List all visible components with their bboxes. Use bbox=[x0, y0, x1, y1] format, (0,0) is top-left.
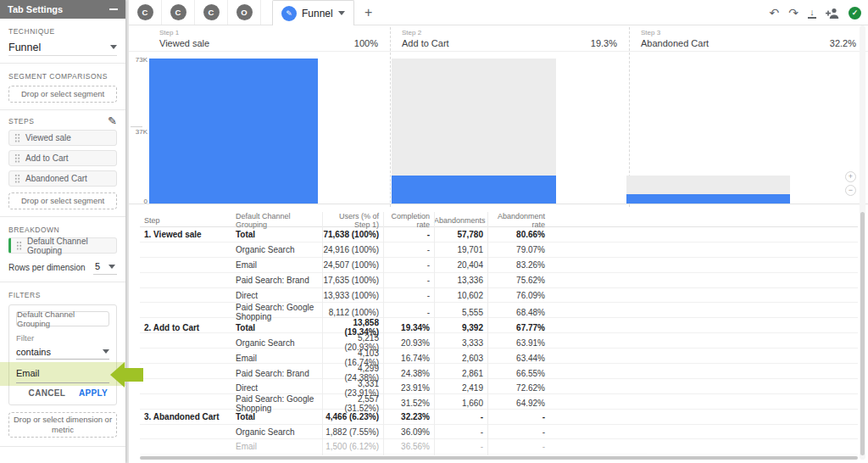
breakdown-dimension-chip[interactable]: Default Channel Grouping bbox=[8, 237, 117, 254]
drag-handle-icon[interactable] bbox=[16, 241, 22, 250]
filter-value-input[interactable]: Email bbox=[16, 366, 109, 383]
y-axis-tick: 37K bbox=[129, 128, 147, 136]
drag-handle-icon[interactable] bbox=[14, 133, 20, 142]
tab-letter-icon: C bbox=[203, 4, 220, 20]
undo-icon[interactable]: ↶ bbox=[770, 7, 780, 19]
table-row[interactable]: Direct13,933 (100%)-10,60276.09% bbox=[140, 288, 858, 304]
segment-dropzone[interactable]: Drop or select segment bbox=[8, 86, 117, 103]
col-abandonment-rate: Abandonment rate bbox=[487, 212, 549, 229]
zoom-in-icon[interactable]: + bbox=[845, 171, 856, 182]
table-row[interactable]: Paid Search: Google Shopping8,112 (100%)… bbox=[140, 303, 858, 318]
table-row[interactable]: Organic Search1,882 (7.55%)36.09%-- bbox=[140, 425, 858, 440]
breakdown-dimension-label: Default Channel Grouping bbox=[27, 237, 111, 255]
step-item-label: Abandoned Cart bbox=[25, 174, 87, 183]
filter-type-label: Filter bbox=[16, 333, 109, 343]
technique-select[interactable]: Funnel bbox=[8, 39, 117, 56]
toolbar-icons: ↶ ↷ ↓ ✓ bbox=[770, 0, 861, 25]
table-row[interactable]: Paid Search: Brand4,299 (24.38%)24.38%2,… bbox=[140, 364, 858, 379]
y-axis-tick: 0 bbox=[129, 198, 147, 205]
rows-per-dimension-value: 5 bbox=[95, 261, 100, 271]
collapsed-tab[interactable]: C bbox=[195, 0, 228, 25]
col-completion-rate: Completion rate bbox=[383, 212, 434, 229]
annotation-arrow-icon bbox=[110, 362, 143, 388]
add-collaborator-icon[interactable] bbox=[826, 8, 839, 19]
minimize-icon[interactable] bbox=[109, 8, 118, 10]
chevron-down-icon bbox=[108, 265, 115, 269]
chevron-down-icon bbox=[103, 349, 109, 354]
step-header-1: Step 1 Viewed sale 100% bbox=[159, 29, 378, 51]
step-item-abandoned-cart[interactable]: Abandoned Cart bbox=[8, 170, 117, 187]
download-icon[interactable]: ↓ bbox=[808, 8, 816, 19]
table-row[interactable]: 1. Viewed saleTotal71,638 (100%)-57,7808… bbox=[140, 227, 858, 243]
y-axis-tick: 73K bbox=[129, 56, 147, 64]
table-row[interactable]: Email4,103 (16.74%)16.74%2,60363.44% bbox=[140, 349, 858, 364]
step-item-label: Viewed sale bbox=[25, 133, 71, 142]
tab-funnel[interactable]: ✎ Funnel bbox=[272, 0, 354, 25]
technique-label: TECHNIQUE bbox=[8, 27, 117, 36]
tab-letter-icon: C bbox=[170, 4, 186, 20]
edit-tab-icon: ✎ bbox=[281, 6, 297, 21]
table-row[interactable]: Direct3,331 (23.91%)23.91%2,41972.62% bbox=[140, 379, 858, 394]
table-row[interactable]: Paid Search: Google Shopping2,557 (31.52… bbox=[140, 394, 858, 410]
filter-card: Default Channel Grouping Filter contains… bbox=[8, 304, 117, 405]
exploration-canvas: CCCO ✎ Funnel + ↶ ↷ ↓ ✓ bbox=[129, 0, 868, 463]
tab-bar: CCCO ✎ Funnel + ↶ ↷ ↓ ✓ bbox=[129, 0, 868, 25]
steps-dropzone[interactable]: Drop or select segment bbox=[8, 192, 117, 209]
plot-area: 73K 37K 0 bbox=[129, 59, 868, 204]
redo-icon[interactable]: ↷ bbox=[788, 7, 798, 19]
filter-field-chip[interactable]: Default Channel Grouping bbox=[16, 311, 109, 326]
table-row[interactable]: Paid Search: Brand17,635 (100%)-13,33675… bbox=[140, 273, 858, 288]
segment-comparisons-label: SEGMENT COMPARISONS bbox=[8, 72, 117, 81]
col-step: Step bbox=[140, 216, 236, 225]
chevron-down-icon[interactable] bbox=[338, 11, 345, 15]
step-item-add-to-cart[interactable]: Add to Cart bbox=[8, 150, 117, 166]
panel-title: Tab Settings bbox=[8, 4, 63, 14]
zoom-controls: + − bbox=[845, 171, 856, 196]
step-header-2: Step 2 Add to Cart 19.3% bbox=[402, 29, 617, 51]
collapsed-tab[interactable]: C bbox=[129, 0, 162, 25]
vertical-scrollbar[interactable] bbox=[860, 212, 865, 455]
collapsed-tab[interactable]: C bbox=[162, 0, 195, 25]
cancel-button[interactable]: CANCEL bbox=[29, 388, 65, 398]
filter-condition-value: contains bbox=[16, 347, 51, 357]
table-header: Step Default Channel Grouping Users (% o… bbox=[140, 212, 858, 227]
collapsed-tabs: CCCO bbox=[129, 0, 261, 25]
table-row[interactable]: 3. Abandoned CartTotal4,466 (6.23%)32.23… bbox=[140, 410, 858, 425]
status-ok-icon: ✓ bbox=[849, 7, 861, 20]
funnel-chart: Step 1 Viewed sale 100% Step 2 Add to Ca… bbox=[129, 25, 868, 209]
table-body: 1. Viewed saleTotal71,638 (100%)-57,7808… bbox=[140, 227, 858, 455]
steps-label: STEPS bbox=[8, 117, 34, 126]
drag-handle-icon[interactable] bbox=[14, 153, 20, 163]
table-row[interactable]: Organic Search24,916 (100%)-19,70179.07% bbox=[140, 243, 858, 258]
drag-handle-icon[interactable] bbox=[14, 174, 20, 183]
chevron-down-icon bbox=[110, 45, 117, 49]
technique-value: Funnel bbox=[8, 42, 41, 53]
step-header-3: Step 3 Abandoned Cart 32.2% bbox=[641, 29, 856, 51]
active-tab-label: Funnel bbox=[302, 8, 333, 20]
tab-letter-icon: C bbox=[137, 4, 153, 20]
table-row[interactable]: Email24,507 (100%)-20,40483.26% bbox=[140, 258, 858, 273]
step-item-viewed-sale[interactable]: Viewed sale bbox=[8, 130, 117, 146]
breakdown-label: BREAKDOWN bbox=[8, 226, 117, 234]
funnel-table: Step Default Channel Grouping Users (% o… bbox=[140, 212, 858, 455]
tab-letter-icon: O bbox=[236, 4, 253, 20]
table-row[interactable]: Email1,500 (6.12%)36.56%-- bbox=[140, 439, 858, 455]
col-channel: Default Channel Grouping bbox=[236, 212, 322, 229]
horizontal-scrollbar[interactable] bbox=[140, 456, 858, 460]
divider bbox=[0, 282, 125, 282]
new-tab-button[interactable]: + bbox=[354, 0, 383, 25]
tab-settings-panel: Tab Settings TECHNIQUE Funnel SEGMENT CO… bbox=[0, 0, 125, 463]
divider bbox=[0, 63, 125, 64]
filter-condition-select[interactable]: contains bbox=[16, 344, 109, 360]
table-row[interactable]: Organic Search5,215 (20.93%)20.93%3,3336… bbox=[140, 333, 858, 349]
zoom-out-icon[interactable]: − bbox=[845, 185, 856, 196]
rows-per-dimension-select[interactable]: 5 bbox=[93, 260, 117, 275]
apply-button[interactable]: APPLY bbox=[79, 388, 108, 398]
divider bbox=[0, 109, 125, 110]
edit-pencil-icon[interactable]: ✎ bbox=[108, 117, 117, 126]
dimension-metric-dropzone[interactable]: Drop or select dimension or metric bbox=[8, 412, 117, 438]
col-abandonments: Abandonments bbox=[434, 216, 487, 225]
collapsed-tab[interactable]: O bbox=[228, 0, 261, 25]
col-users: Users (% of Step 1) bbox=[322, 212, 383, 229]
filter-value-row: Email bbox=[16, 366, 109, 383]
